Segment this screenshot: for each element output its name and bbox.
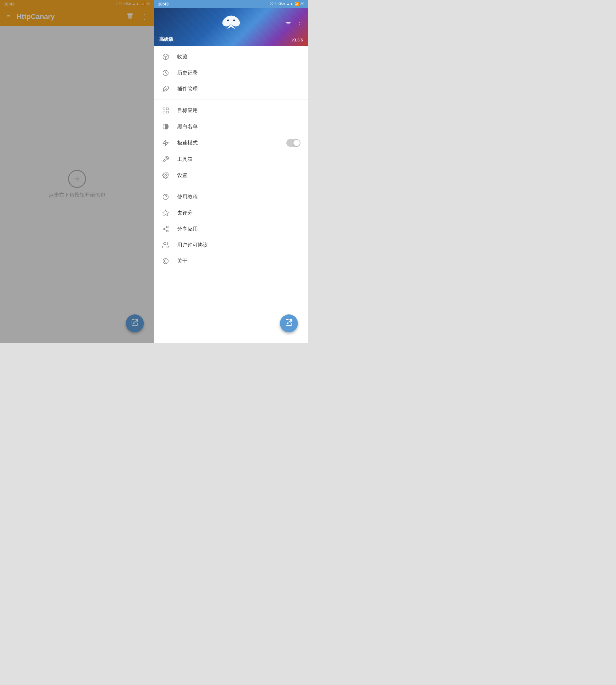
menu-item-share[interactable]: 分享应用: [154, 221, 308, 237]
menu-item-about[interactable]: 关于: [154, 253, 308, 269]
svg-point-8: [233, 20, 235, 21]
capture-icon-right: [285, 319, 293, 328]
drawer-header: ⋮ 高级版 v3.3.6: [154, 8, 308, 46]
svg-rect-5: [287, 23, 290, 24]
svg-rect-6: [288, 25, 289, 25]
svg-rect-16: [166, 111, 168, 113]
status-bar-right: 18:43 27.6 KB/s ▲▲ 📶 39: [154, 0, 308, 8]
svg-line-25: [165, 229, 167, 231]
favorites-label: 收藏: [177, 53, 301, 60]
wifi-icon-right: 📶: [295, 2, 299, 6]
svg-marker-21: [163, 210, 169, 215]
edition-badge: 高级版: [159, 36, 174, 42]
rate-label: 去评分: [177, 210, 301, 216]
signal-icon-right: ▲▲: [286, 2, 293, 6]
start-capture-fab-right[interactable]: [280, 315, 298, 333]
speed-right: 27.6 KB/s: [270, 2, 285, 6]
svg-point-22: [167, 226, 169, 228]
star-icon: [162, 209, 170, 216]
puzzle-icon: [162, 85, 170, 92]
turbo-label: 极速模式: [177, 140, 279, 146]
menu-item-settings[interactable]: 设置: [154, 167, 308, 184]
right-panel-drawer: 18:43 27.6 KB/s ▲▲ 📶 39 ⋮: [154, 0, 308, 343]
target-apps-label: 目标应用: [177, 107, 301, 114]
tutorial-label: 使用教程: [177, 194, 301, 200]
gear-icon: [162, 172, 170, 179]
svg-line-26: [165, 227, 167, 229]
svg-point-24: [167, 230, 169, 232]
toolbox-label: 工具箱: [177, 156, 301, 163]
plugins-label: 插件管理: [177, 86, 301, 92]
copyright-icon: [162, 258, 170, 265]
drawer-overlay[interactable]: [0, 0, 154, 343]
menu-item-toolbox[interactable]: 工具箱: [154, 151, 308, 167]
about-label: 关于: [177, 258, 301, 265]
grid-icon: [162, 107, 170, 114]
version-text: v3.3.6: [292, 38, 303, 42]
svg-rect-13: [163, 108, 165, 110]
time-right: 18:43: [158, 2, 169, 6]
menu-item-history[interactable]: 历史记录: [154, 65, 308, 81]
menu-item-rate[interactable]: 去评分: [154, 205, 308, 221]
menu-item-blackwhitelist[interactable]: 黑白名单: [154, 119, 308, 134]
status-icons-right: 27.6 KB/s ▲▲ 📶 39: [270, 2, 304, 6]
blackwhitelist-label: 黑白名单: [177, 123, 301, 130]
share-label: 分享应用: [177, 226, 301, 233]
svg-point-19: [163, 194, 169, 200]
svg-point-18: [165, 174, 167, 176]
svg-point-23: [163, 228, 165, 230]
app-logo: [221, 13, 241, 37]
more-icon-button[interactable]: ⋮: [295, 19, 304, 29]
svg-point-27: [164, 242, 166, 245]
users-icon: [162, 241, 170, 249]
menu-item-license[interactable]: 用户许可协议: [154, 237, 308, 253]
svg-rect-4: [286, 22, 291, 23]
menu-item-target-apps[interactable]: 目标应用: [154, 103, 308, 119]
menu-item-tutorial[interactable]: 使用教程: [154, 189, 308, 205]
svg-rect-15: [163, 111, 165, 113]
menu-item-turbo[interactable]: 极速模式: [154, 134, 308, 151]
lightning-icon: [162, 140, 170, 146]
share-icon: [162, 226, 170, 233]
history-label: 历史记录: [177, 70, 301, 77]
menu-item-favorites[interactable]: 收藏: [154, 49, 308, 65]
turbo-toggle[interactable]: [286, 139, 301, 147]
menu-section-1: 收藏 历史记录 插件管: [154, 46, 308, 100]
menu-section-3: 使用教程 去评分: [154, 186, 308, 272]
svg-point-7: [227, 20, 229, 21]
svg-point-28: [163, 258, 169, 264]
drawer-toolbar: ⋮: [280, 16, 308, 34]
menu-item-plugins[interactable]: 插件管理: [154, 81, 308, 97]
battery-icon-right: 39: [301, 2, 304, 6]
license-label: 用户许可协议: [177, 242, 301, 249]
left-panel: 18:43 2.55 KB/s ▲▲ 📶 39 ≡ HttpCanary ⋮ +…: [0, 0, 154, 343]
svg-rect-14: [166, 108, 168, 110]
cube-icon: [162, 53, 170, 60]
settings-label: 设置: [177, 172, 301, 179]
menu-section-2: 目标应用 黑白名单 极速模式: [154, 100, 308, 186]
wrench-icon: [162, 156, 170, 163]
question-icon: [162, 193, 170, 200]
toggle-knob: [293, 140, 300, 146]
circle-half-icon: [162, 123, 170, 130]
clock-icon: [162, 69, 170, 77]
drawer-menu: 收藏 历史记录 插件管: [154, 46, 308, 343]
filter-icon-button[interactable]: [284, 19, 293, 30]
